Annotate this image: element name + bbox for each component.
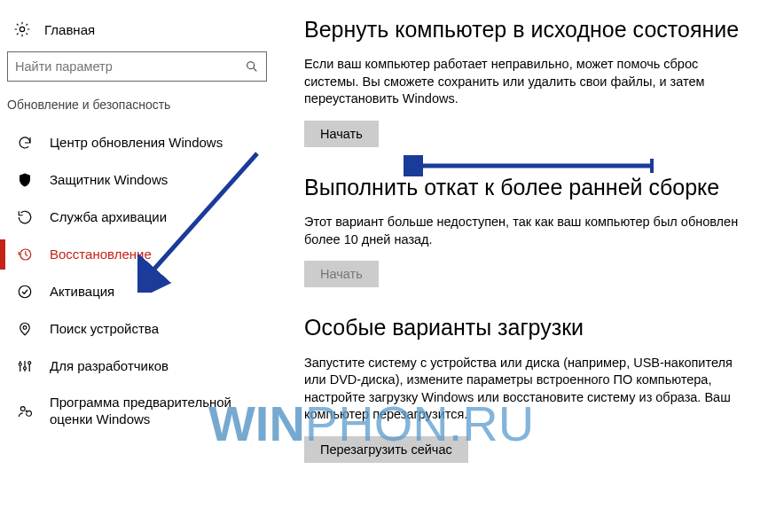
- content-pane: Вернуть компьютер в исходное состояние Е…: [279, 0, 776, 532]
- svg-point-5: [23, 326, 27, 330]
- sidebar-nav: Центр обновления Windows Защитник Window…: [7, 124, 272, 438]
- sidebar-item-label: Восстановление: [50, 246, 152, 263]
- search-icon: [245, 59, 259, 74]
- check-circle-icon: [16, 283, 34, 301]
- gear-icon: [12, 20, 32, 39]
- sidebar-category: Обновление и безопасность: [7, 96, 272, 124]
- section-title: Вернуть компьютер в исходное состояние: [304, 16, 760, 43]
- search-input-wrap[interactable]: [7, 51, 267, 82]
- backup-arrow-icon: [16, 208, 34, 226]
- restart-now-button[interactable]: Перезагрузить сейчас: [304, 436, 468, 463]
- sidebar-item-label: Поиск устройства: [50, 321, 159, 338]
- sidebar-item-find-device[interactable]: Поиск устройства: [7, 310, 272, 348]
- svg-point-4: [19, 286, 31, 298]
- sidebar-item-label: Для разработчиков: [50, 358, 169, 375]
- sidebar: Главная Обновление и безопасность Центр …: [0, 0, 279, 532]
- search-input[interactable]: [8, 52, 266, 81]
- svg-point-12: [20, 406, 25, 411]
- sidebar-item-recovery[interactable]: Восстановление: [7, 236, 272, 273]
- section-advanced-startup: Особые варианты загрузки Запустите систе…: [304, 314, 760, 463]
- location-icon: [16, 320, 34, 338]
- sidebar-item-label: Центр обновления Windows: [50, 135, 223, 152]
- sidebar-item-backup[interactable]: Служба архивации: [7, 199, 272, 236]
- sidebar-item-activation[interactable]: Активация: [7, 273, 272, 310]
- sidebar-item-label: Защитник Windows: [50, 172, 168, 189]
- sidebar-item-label: Программа предварительной оценки Windows: [50, 395, 267, 428]
- sidebar-item-label: Служба архивации: [50, 209, 167, 226]
- svg-point-1: [247, 62, 255, 69]
- svg-point-9: [19, 363, 21, 365]
- sidebar-item-label: Активация: [50, 284, 114, 301]
- section-rollback: Выполнить откат к более ранней сборке Эт…: [304, 174, 760, 287]
- section-desc: Этот вариант больше недоступен, так как …: [304, 214, 748, 248]
- section-desc: Если ваш компьютер работает неправильно,…: [304, 56, 748, 108]
- sidebar-home[interactable]: Главная: [7, 20, 272, 51]
- section-title: Особые варианты загрузки: [304, 314, 760, 341]
- sliders-icon: [16, 357, 34, 375]
- person-refresh-icon: [16, 403, 34, 420]
- shield-icon: [16, 171, 34, 189]
- sidebar-home-label: Главная: [44, 22, 95, 37]
- sidebar-item-defender[interactable]: Защитник Windows: [7, 161, 272, 199]
- section-desc: Запустите систему с устройства или диска…: [304, 355, 748, 424]
- sidebar-item-developers[interactable]: Для разработчиков: [7, 348, 272, 385]
- svg-point-0: [20, 27, 24, 31]
- section-reset: Вернуть компьютер в исходное состояние Е…: [304, 16, 760, 147]
- sidebar-item-windows-update[interactable]: Центр обновления Windows: [7, 124, 272, 161]
- sidebar-item-insider[interactable]: Программа предварительной оценки Windows: [7, 385, 272, 438]
- svg-line-2: [254, 68, 257, 72]
- sync-icon: [16, 134, 34, 152]
- svg-point-10: [24, 367, 27, 370]
- svg-point-11: [28, 362, 31, 364]
- reset-start-button[interactable]: Начать: [304, 121, 379, 147]
- section-title: Выполнить откат к более ранней сборке: [304, 174, 760, 201]
- history-icon: [16, 246, 34, 263]
- rollback-start-button: Начать: [304, 261, 379, 287]
